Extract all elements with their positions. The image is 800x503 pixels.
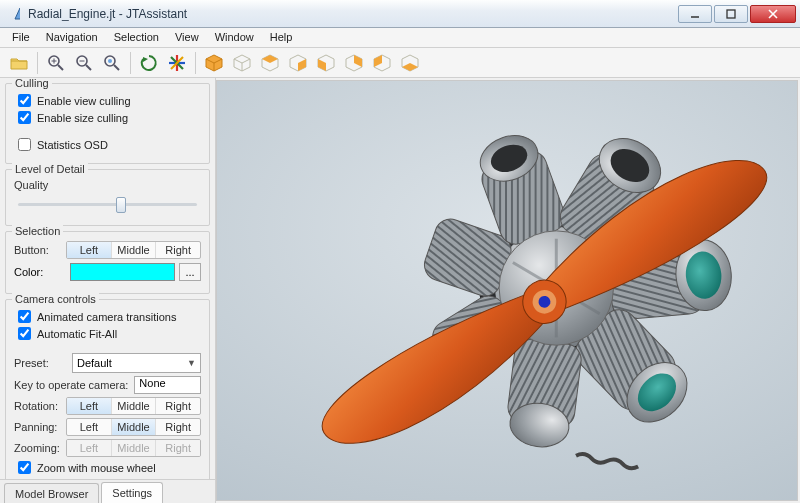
- cube-half1-icon[interactable]: [257, 50, 283, 76]
- toolbar: [0, 48, 800, 78]
- chk-size-culling[interactable]: Enable size culling: [18, 111, 197, 124]
- toolbar-sep: [37, 52, 38, 74]
- group-camera: Camera controls Animated camera transiti…: [5, 299, 210, 479]
- panning-left[interactable]: Left: [67, 419, 112, 435]
- window-title: Radial_Engine.jt - JTAssistant: [28, 7, 676, 21]
- selection-middle[interactable]: Middle: [112, 242, 157, 258]
- maximize-button[interactable]: [714, 5, 748, 23]
- svg-marker-25: [262, 55, 278, 63]
- chevron-down-icon: ▼: [187, 358, 196, 368]
- tab-model-browser[interactable]: Model Browser: [4, 483, 99, 503]
- chk-auto-fit-all-label: Automatic Fit-All: [37, 328, 117, 340]
- group-lod: Level of Detail Quality: [5, 169, 210, 226]
- menu-file[interactable]: File: [4, 28, 38, 47]
- zoom-fit-icon[interactable]: [99, 50, 125, 76]
- key-operate-value: None: [139, 377, 165, 389]
- side-panel: Culling Enable view culling Enable size …: [0, 78, 216, 503]
- chk-zoom-wheel[interactable]: Zoom with mouse wheel: [18, 461, 197, 474]
- cube-half3-icon[interactable]: [313, 50, 339, 76]
- svg-point-14: [108, 59, 112, 63]
- svg-line-13: [114, 65, 119, 70]
- menu-help[interactable]: Help: [262, 28, 301, 47]
- cube-wire-icon[interactable]: [229, 50, 255, 76]
- svg-line-6: [58, 65, 63, 70]
- chk-animated-camera-label: Animated camera transitions: [37, 311, 176, 323]
- app-icon: [8, 6, 24, 22]
- group-selection-legend: Selection: [12, 225, 63, 237]
- rotation-middle[interactable]: Middle: [112, 398, 157, 414]
- zooming-label: Zooming:: [14, 442, 66, 454]
- menu-selection[interactable]: Selection: [106, 28, 167, 47]
- tab-settings[interactable]: Settings: [101, 482, 163, 503]
- chk-view-culling[interactable]: Enable view culling: [18, 94, 197, 107]
- chk-view-culling-label: Enable view culling: [37, 95, 131, 107]
- cube-half6-icon[interactable]: [397, 50, 423, 76]
- key-operate-label: Key to operate camera:: [14, 379, 128, 391]
- chk-statistics-osd-label: Statistics OSD: [37, 139, 108, 151]
- panning-seg[interactable]: Left Middle Right: [66, 418, 201, 436]
- title-bar: Radial_Engine.jt - JTAssistant: [0, 0, 800, 28]
- quality-label: Quality: [14, 179, 48, 191]
- main-area: Culling Enable view culling Enable size …: [0, 78, 800, 503]
- cube-half4-icon[interactable]: [341, 50, 367, 76]
- chk-size-culling-label: Enable size culling: [37, 112, 128, 124]
- zooming-left: Left: [67, 440, 112, 456]
- group-culling-legend: Culling: [12, 78, 52, 89]
- selection-color-swatch[interactable]: [70, 263, 175, 281]
- menu-window[interactable]: Window: [207, 28, 262, 47]
- side-tabs: Model Browser Settings: [0, 479, 215, 503]
- rotate-icon[interactable]: [136, 50, 162, 76]
- selection-button-label: Button:: [14, 244, 66, 256]
- quality-slider[interactable]: [18, 195, 197, 213]
- close-button[interactable]: [750, 5, 796, 23]
- selection-color-label: Color:: [14, 266, 66, 278]
- menu-bar: File Navigation Selection View Window He…: [0, 28, 800, 48]
- viewport-3d[interactable]: [216, 80, 798, 501]
- rotation-left[interactable]: Left: [67, 398, 112, 414]
- panning-right[interactable]: Right: [156, 419, 200, 435]
- panning-middle[interactable]: Middle: [112, 419, 157, 435]
- rotation-seg[interactable]: Left Middle Right: [66, 397, 201, 415]
- zoom-in-icon[interactable]: [43, 50, 69, 76]
- preset-label: Preset:: [14, 357, 66, 369]
- toolbar-sep: [130, 52, 131, 74]
- panning-label: Panning:: [14, 421, 66, 433]
- rotation-label: Rotation:: [14, 400, 66, 412]
- svg-marker-15: [143, 57, 148, 62]
- svg-line-10: [86, 65, 91, 70]
- minimize-button[interactable]: [678, 5, 712, 23]
- menu-navigation[interactable]: Navigation: [38, 28, 106, 47]
- cube-half5-icon[interactable]: [369, 50, 395, 76]
- selection-right[interactable]: Right: [156, 242, 200, 258]
- zooming-middle: Middle: [112, 440, 157, 456]
- group-camera-legend: Camera controls: [12, 293, 99, 305]
- group-lod-legend: Level of Detail: [12, 163, 88, 175]
- preset-value: Default: [77, 357, 112, 369]
- selection-button-seg[interactable]: Left Middle Right: [66, 241, 201, 259]
- chk-statistics-osd[interactable]: Statistics OSD: [18, 138, 197, 151]
- zooming-right: Right: [156, 440, 200, 456]
- group-culling: Culling Enable view culling Enable size …: [5, 83, 210, 164]
- preset-combo[interactable]: Default ▼: [72, 353, 201, 373]
- zooming-seg: Left Middle Right: [66, 439, 201, 457]
- cube-half2-icon[interactable]: [285, 50, 311, 76]
- chk-auto-fit-all[interactable]: Automatic Fit-All: [18, 327, 197, 340]
- cube-solid-icon[interactable]: [201, 50, 227, 76]
- group-selection: Selection Button: Left Middle Right Colo…: [5, 231, 210, 294]
- rotation-right[interactable]: Right: [156, 398, 200, 414]
- svg-marker-35: [402, 63, 418, 71]
- key-operate-field[interactable]: None: [134, 376, 201, 394]
- svg-rect-2: [727, 10, 735, 18]
- starburst-icon[interactable]: [164, 50, 190, 76]
- zoom-out-icon[interactable]: [71, 50, 97, 76]
- toolbar-sep: [195, 52, 196, 74]
- selection-left[interactable]: Left: [67, 242, 112, 258]
- svg-marker-0: [15, 8, 20, 19]
- chk-zoom-wheel-label: Zoom with mouse wheel: [37, 462, 156, 474]
- open-file-icon[interactable]: [6, 50, 32, 76]
- selection-color-more[interactable]: ...: [179, 263, 201, 281]
- chk-animated-camera[interactable]: Animated camera transitions: [18, 310, 197, 323]
- menu-view[interactable]: View: [167, 28, 207, 47]
